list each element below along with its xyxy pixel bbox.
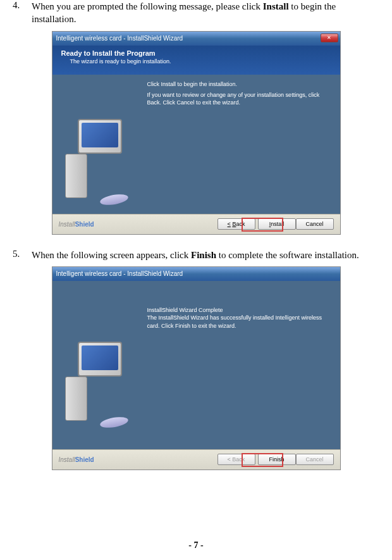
- cancel-button: Cancel: [296, 454, 334, 465]
- dialog-banner: Ready to Install the Program The wizard …: [52, 46, 340, 75]
- dialog-content: InstallShield Wizard Complete The Instal…: [52, 281, 340, 449]
- window-titlebar: Intelligent wireless card - InstallShiel…: [52, 32, 340, 46]
- step-number: 5.: [13, 249, 32, 261]
- close-icon[interactable]: ✕: [321, 34, 338, 42]
- step-4: 4. When you are prompted the following m…: [13, 0, 379, 26]
- install-dialog-screenshot: Intelligent wireless card - InstallShiel…: [52, 31, 341, 235]
- back-button: < Back: [217, 454, 255, 465]
- dialog-content: Click Install to begin the installation.…: [52, 75, 340, 214]
- page-number: - 7 -: [0, 540, 392, 551]
- back-button[interactable]: < Back: [217, 218, 255, 230]
- cancel-button[interactable]: Cancel: [296, 218, 334, 230]
- step-text: When you are prompted the following mess…: [32, 0, 379, 26]
- dialog-button-bar: InstallShield < Back Finish Cancel: [52, 449, 340, 470]
- install-button[interactable]: Install: [258, 218, 296, 230]
- computer-icon: [62, 342, 138, 430]
- installshield-logo: InstallShield: [59, 221, 94, 228]
- finish-button[interactable]: Finish: [258, 454, 296, 465]
- step-5: 5. When the following screen appears, cl…: [13, 249, 379, 261]
- dialog-body-text: Click Install to begin the installation.…: [147, 81, 333, 111]
- banner-subtitle: The wizard is ready to begin installatio…: [70, 58, 331, 65]
- banner-title: Ready to Install the Program: [61, 49, 331, 57]
- dialog-button-bar: InstallShield < Back Install Cancel: [52, 214, 340, 234]
- step-number: 4.: [13, 0, 32, 26]
- step-text: When the following screen appears, click…: [32, 249, 379, 261]
- window-title: Intelligent wireless card - InstallShiel…: [56, 270, 183, 277]
- computer-icon: [62, 119, 138, 208]
- installshield-logo: InstallShield: [59, 456, 94, 463]
- window-title: Intelligent wireless card - InstallShiel…: [56, 35, 183, 42]
- dialog-body-text: InstallShield Wizard Complete The Instal…: [147, 306, 333, 330]
- complete-heading: InstallShield Wizard Complete: [147, 306, 333, 314]
- finish-dialog-screenshot: Intelligent wireless card - InstallShiel…: [52, 266, 341, 470]
- window-titlebar: Intelligent wireless card - InstallShiel…: [52, 267, 340, 281]
